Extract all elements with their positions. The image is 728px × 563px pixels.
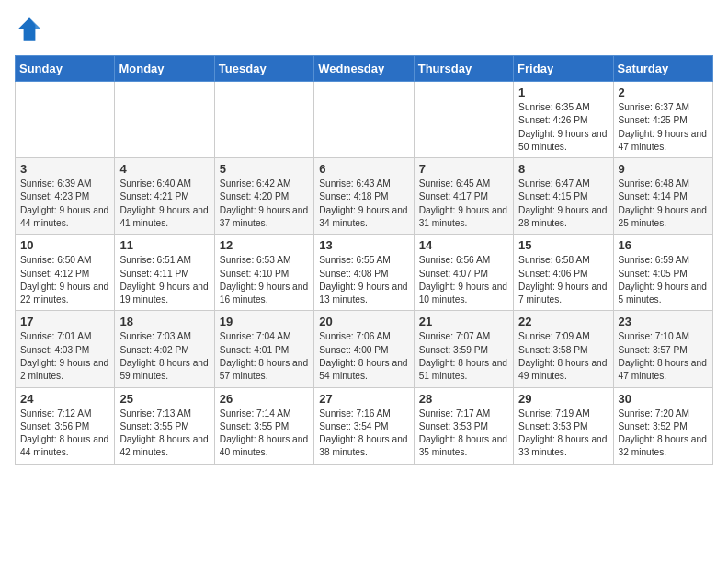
calendar-cell: 17Sunrise: 7:01 AM Sunset: 4:03 PM Dayli… <box>16 311 115 387</box>
day-number: 30 <box>619 392 708 406</box>
cell-content: Sunrise: 7:07 AM Sunset: 3:59 PM Dayligh… <box>419 330 508 383</box>
day-number: 1 <box>518 86 608 99</box>
calendar-table: SundayMondayTuesdayWednesdayThursdayFrid… <box>15 55 713 465</box>
day-number: 23 <box>619 315 708 328</box>
day-header-tuesday: Tuesday <box>214 56 313 82</box>
calendar-cell <box>115 82 214 158</box>
day-header-friday: Friday <box>514 56 613 82</box>
day-number: 5 <box>220 162 309 176</box>
day-number: 13 <box>319 238 408 252</box>
calendar-cell: 26Sunrise: 7:14 AM Sunset: 3:55 PM Dayli… <box>214 387 313 464</box>
calendar-week-1: 1Sunrise: 6:35 AM Sunset: 4:26 PM Daylig… <box>16 82 713 158</box>
cell-content: Sunrise: 7:19 AM Sunset: 3:53 PM Dayligh… <box>518 408 608 460</box>
day-number: 3 <box>20 162 109 176</box>
cell-content: Sunrise: 6:39 AM Sunset: 4:23 PM Dayligh… <box>20 178 109 230</box>
cell-content: Sunrise: 6:35 AM Sunset: 4:26 PM Dayligh… <box>518 101 608 154</box>
calendar-week-3: 10Sunrise: 6:50 AM Sunset: 4:12 PM Dayli… <box>16 235 713 311</box>
cell-content: Sunrise: 6:51 AM Sunset: 4:11 PM Dayligh… <box>119 254 209 306</box>
cell-content: Sunrise: 7:16 AM Sunset: 3:54 PM Dayligh… <box>319 408 408 460</box>
calendar-cell: 29Sunrise: 7:19 AM Sunset: 3:53 PM Dayli… <box>514 387 613 464</box>
day-number: 16 <box>619 238 708 252</box>
day-header-sunday: Sunday <box>16 56 115 82</box>
day-number: 22 <box>518 315 608 328</box>
calendar-week-4: 17Sunrise: 7:01 AM Sunset: 4:03 PM Dayli… <box>16 311 713 387</box>
calendar-cell <box>214 82 313 158</box>
cell-content: Sunrise: 6:58 AM Sunset: 4:06 PM Dayligh… <box>518 254 608 306</box>
cell-content: Sunrise: 6:45 AM Sunset: 4:17 PM Dayligh… <box>419 178 508 230</box>
calendar-cell <box>414 82 513 158</box>
day-number: 28 <box>419 392 508 406</box>
cell-content: Sunrise: 7:20 AM Sunset: 3:52 PM Dayligh… <box>619 408 708 460</box>
calendar-cell: 4Sunrise: 6:40 AM Sunset: 4:21 PM Daylig… <box>115 158 214 235</box>
day-number: 21 <box>419 315 508 328</box>
calendar-cell: 12Sunrise: 6:53 AM Sunset: 4:10 PM Dayli… <box>214 235 313 311</box>
day-header-monday: Monday <box>115 56 214 82</box>
calendar-cell: 5Sunrise: 6:42 AM Sunset: 4:20 PM Daylig… <box>214 158 313 235</box>
cell-content: Sunrise: 6:55 AM Sunset: 4:08 PM Dayligh… <box>319 254 408 306</box>
cell-content: Sunrise: 6:48 AM Sunset: 4:14 PM Dayligh… <box>619 178 708 230</box>
day-number: 29 <box>518 392 608 406</box>
day-number: 27 <box>319 392 408 406</box>
day-number: 10 <box>20 238 109 252</box>
calendar-cell: 11Sunrise: 6:51 AM Sunset: 4:11 PM Dayli… <box>115 235 214 311</box>
day-number: 7 <box>419 162 508 176</box>
day-number: 25 <box>119 392 209 406</box>
calendar-cell: 19Sunrise: 7:04 AM Sunset: 4:01 PM Dayli… <box>214 311 313 387</box>
day-number: 6 <box>319 162 408 176</box>
calendar-cell: 25Sunrise: 7:13 AM Sunset: 3:55 PM Dayli… <box>115 387 214 464</box>
cell-content: Sunrise: 6:56 AM Sunset: 4:07 PM Dayligh… <box>419 254 508 306</box>
cell-content: Sunrise: 6:53 AM Sunset: 4:10 PM Dayligh… <box>220 254 309 306</box>
cell-content: Sunrise: 6:47 AM Sunset: 4:15 PM Dayligh… <box>518 178 608 230</box>
cell-content: Sunrise: 6:40 AM Sunset: 4:21 PM Dayligh… <box>119 178 209 230</box>
calendar-cell: 27Sunrise: 7:16 AM Sunset: 3:54 PM Dayli… <box>314 387 414 464</box>
day-number: 15 <box>518 238 608 252</box>
day-number: 11 <box>119 238 209 252</box>
cell-content: Sunrise: 6:59 AM Sunset: 4:05 PM Dayligh… <box>619 254 708 306</box>
calendar-cell: 28Sunrise: 7:17 AM Sunset: 3:53 PM Dayli… <box>414 387 513 464</box>
calendar-cell: 2Sunrise: 6:37 AM Sunset: 4:25 PM Daylig… <box>613 82 712 158</box>
logo <box>15 15 48 44</box>
cell-content: Sunrise: 6:50 AM Sunset: 4:12 PM Dayligh… <box>20 254 109 306</box>
calendar-cell: 16Sunrise: 6:59 AM Sunset: 4:05 PM Dayli… <box>613 235 712 311</box>
calendar-cell: 30Sunrise: 7:20 AM Sunset: 3:52 PM Dayli… <box>613 387 712 464</box>
cell-content: Sunrise: 7:10 AM Sunset: 3:57 PM Dayligh… <box>619 330 708 383</box>
day-header-wednesday: Wednesday <box>314 56 414 82</box>
cell-content: Sunrise: 7:13 AM Sunset: 3:55 PM Dayligh… <box>119 408 209 460</box>
day-number: 4 <box>119 162 209 176</box>
day-number: 12 <box>220 238 309 252</box>
cell-content: Sunrise: 7:06 AM Sunset: 4:00 PM Dayligh… <box>319 330 408 383</box>
calendar-header-row: SundayMondayTuesdayWednesdayThursdayFrid… <box>16 56 713 82</box>
cell-content: Sunrise: 7:01 AM Sunset: 4:03 PM Dayligh… <box>20 330 109 383</box>
calendar-cell: 3Sunrise: 6:39 AM Sunset: 4:23 PM Daylig… <box>16 158 115 235</box>
day-number: 17 <box>20 315 109 328</box>
calendar-cell: 24Sunrise: 7:12 AM Sunset: 3:56 PM Dayli… <box>16 387 115 464</box>
cell-content: Sunrise: 7:03 AM Sunset: 4:02 PM Dayligh… <box>119 330 209 383</box>
cell-content: Sunrise: 6:43 AM Sunset: 4:18 PM Dayligh… <box>319 178 408 230</box>
calendar-cell: 21Sunrise: 7:07 AM Sunset: 3:59 PM Dayli… <box>414 311 513 387</box>
day-number: 14 <box>419 238 508 252</box>
calendar-cell: 13Sunrise: 6:55 AM Sunset: 4:08 PM Dayli… <box>314 235 414 311</box>
calendar-cell: 10Sunrise: 6:50 AM Sunset: 4:12 PM Dayli… <box>16 235 115 311</box>
day-number: 26 <box>220 392 309 406</box>
cell-content: Sunrise: 7:04 AM Sunset: 4:01 PM Dayligh… <box>220 330 309 383</box>
day-number: 19 <box>220 315 309 328</box>
cell-content: Sunrise: 7:12 AM Sunset: 3:56 PM Dayligh… <box>20 408 109 460</box>
calendar-cell: 23Sunrise: 7:10 AM Sunset: 3:57 PM Dayli… <box>613 311 712 387</box>
calendar-cell: 7Sunrise: 6:45 AM Sunset: 4:17 PM Daylig… <box>414 158 513 235</box>
day-header-thursday: Thursday <box>414 56 513 82</box>
calendar-week-5: 24Sunrise: 7:12 AM Sunset: 3:56 PM Dayli… <box>16 387 713 464</box>
cell-content: Sunrise: 7:17 AM Sunset: 3:53 PM Dayligh… <box>419 408 508 460</box>
cell-content: Sunrise: 7:09 AM Sunset: 3:58 PM Dayligh… <box>518 330 608 383</box>
day-number: 20 <box>319 315 408 328</box>
calendar-cell: 6Sunrise: 6:43 AM Sunset: 4:18 PM Daylig… <box>314 158 414 235</box>
calendar-cell: 8Sunrise: 6:47 AM Sunset: 4:15 PM Daylig… <box>514 158 613 235</box>
page-header <box>15 15 713 44</box>
cell-content: Sunrise: 6:37 AM Sunset: 4:25 PM Dayligh… <box>619 101 708 154</box>
calendar-cell: 9Sunrise: 6:48 AM Sunset: 4:14 PM Daylig… <box>613 158 712 235</box>
calendar-cell <box>314 82 414 158</box>
calendar-cell: 14Sunrise: 6:56 AM Sunset: 4:07 PM Dayli… <box>414 235 513 311</box>
day-number: 9 <box>619 162 708 176</box>
cell-content: Sunrise: 7:14 AM Sunset: 3:55 PM Dayligh… <box>220 408 309 460</box>
calendar-cell: 15Sunrise: 6:58 AM Sunset: 4:06 PM Dayli… <box>514 235 613 311</box>
calendar-week-2: 3Sunrise: 6:39 AM Sunset: 4:23 PM Daylig… <box>16 158 713 235</box>
